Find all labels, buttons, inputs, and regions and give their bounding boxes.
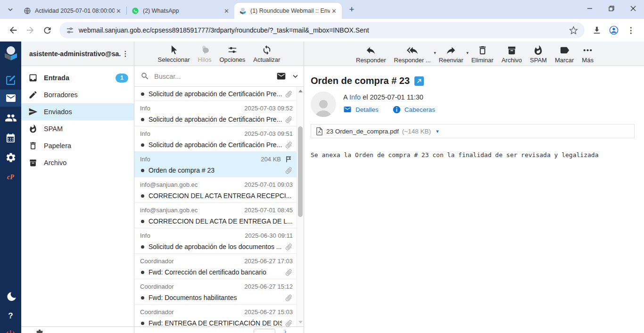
refresh-button[interactable]: Actualizar xyxy=(253,45,280,66)
folder-spam[interactable]: SPAM xyxy=(21,120,134,137)
message-date: 2025-07-01 08:45 xyxy=(244,207,293,214)
back-icon[interactable] xyxy=(7,24,20,37)
reply-all-caret-icon[interactable]: ▾ xyxy=(434,50,436,55)
unread-dot-icon xyxy=(141,143,144,147)
browser-window: Actividad 2025-07-01 08:00:00 ✕ (2) What… xyxy=(0,0,644,333)
open-in-new-window-icon[interactable] xyxy=(414,76,424,86)
tag-icon xyxy=(559,45,570,56)
message-list-row[interactable]: Info 2025-07-03 09:51 Solicitud de aprob… xyxy=(134,126,297,152)
omnibox[interactable]: webmail.sanjuan.gob.ec/cpsess8918591777/… xyxy=(59,22,585,38)
bookmark-star-icon[interactable] xyxy=(569,26,578,35)
message-list-row[interactable]: Info 2025-06-30 09:11 Solicitud de aprob… xyxy=(134,228,297,254)
archive-button[interactable]: Archivo xyxy=(502,45,522,66)
minimize-button[interactable] xyxy=(579,0,601,17)
chrome-menu-icon[interactable]: ⋮ xyxy=(624,24,637,37)
message-date: 2025-06-27 15:03 xyxy=(244,308,293,316)
folder-archivo[interactable]: Archivo xyxy=(21,154,134,171)
folder-label: Papelera xyxy=(44,142,71,150)
forward-caret-icon[interactable]: ▾ xyxy=(466,50,469,55)
options-button[interactable]: Opciones xyxy=(219,45,245,66)
message-list-row[interactable]: Coordinador 2025-06-27 15:03 Fwd: ENTREG… xyxy=(134,305,297,326)
details-link[interactable]: Detalles xyxy=(355,106,379,113)
list-scrollbar[interactable] xyxy=(297,87,304,326)
browser-toolbar: webmail.sanjuan.gob.ec/cpsess8918591777/… xyxy=(0,19,644,42)
message-list-row[interactable]: info@sanjuan.gob.ec 2025-07-01 09:03 COR… xyxy=(134,177,297,203)
more-button[interactable]: Más xyxy=(582,45,594,66)
search-input[interactable]: Buscar... xyxy=(154,73,181,80)
forward-icon[interactable] xyxy=(24,24,37,37)
roundcube-icon xyxy=(239,7,247,15)
site-info-icon[interactable] xyxy=(66,26,74,34)
scroll-up-icon[interactable] xyxy=(297,88,304,94)
attachment-bar[interactable]: 23 Orden_de_compra.pdf (~148 KB) ▾ xyxy=(311,124,635,138)
send-icon xyxy=(28,107,38,117)
recipient-link[interactable]: Info xyxy=(349,93,361,101)
url-text[interactable]: webmail.sanjuan.gob.ec/cpsess8918591777/… xyxy=(79,26,569,34)
spam-button[interactable]: SPAM xyxy=(530,45,547,66)
cpanel-icon[interactable]: cP xyxy=(0,169,21,186)
tab-title: (1) Roundcube Webmail :: Envia xyxy=(250,8,330,14)
close-window-button[interactable] xyxy=(622,0,644,17)
next-page-icon[interactable]: › xyxy=(284,328,286,333)
message-toolbar: Responder Responder ... ▾ Reenviar ▾ Eli… xyxy=(304,42,644,66)
folder-settings-gear-icon[interactable] xyxy=(35,329,44,333)
restore-button[interactable] xyxy=(601,0,622,17)
folder-papelera[interactable]: Papelera xyxy=(21,137,134,154)
search-icon xyxy=(140,72,149,81)
scrollbar-thumb[interactable] xyxy=(298,126,303,217)
attachment-icon xyxy=(283,165,294,176)
tab-search-chevron-icon[interactable] xyxy=(5,4,16,15)
select-button[interactable]: Seleccionar xyxy=(158,45,190,66)
reload-icon[interactable] xyxy=(41,24,54,37)
calendar-icon[interactable] xyxy=(0,129,21,146)
page-number-input[interactable] xyxy=(254,329,275,333)
message-list-row[interactable]: info@sanjuan.gob.ec 2025-07-01 08:45 COR… xyxy=(134,203,297,228)
threads-button[interactable]: Hilos xyxy=(198,45,212,66)
folder-options-kebab-icon[interactable]: ⋮ xyxy=(121,50,130,57)
scroll-down-icon[interactable] xyxy=(297,319,304,325)
close-icon[interactable]: ✕ xyxy=(223,7,231,15)
folder-borradores[interactable]: Borradores xyxy=(21,86,134,103)
window-controls xyxy=(579,0,644,17)
settings-gear-icon[interactable] xyxy=(0,149,21,166)
folders-footer xyxy=(21,326,134,333)
attachment-icon xyxy=(283,88,294,100)
message-list-row[interactable]: Coordinador 2025-06-27 17:03 Fwd: Correc… xyxy=(134,254,297,279)
download-icon[interactable] xyxy=(590,24,603,37)
tab-whatsapp[interactable]: (2) WhatsApp ✕ xyxy=(127,3,234,19)
message-list-row[interactable]: Coordinador 2025-06-27 15:12 Fwd: Docume… xyxy=(134,279,297,305)
message-list-row[interactable]: Info 204 KB Orden de compra # 23 xyxy=(134,152,297,177)
refresh-icon xyxy=(262,45,272,55)
message-date: 2025-06-30 09:11 xyxy=(245,232,293,239)
message-list-row[interactable]: Info 2025-07-03 09:52 Solicitud de aprob… xyxy=(134,101,297,126)
tab-actividad[interactable]: Actividad 2025-07-01 08:00:00 ✕ xyxy=(19,3,126,19)
mail-icon[interactable] xyxy=(0,90,21,107)
folder-entrada[interactable]: Entrada 1 xyxy=(21,69,134,86)
search-scope-envelope-icon[interactable] xyxy=(276,71,286,81)
new-tab-button[interactable]: + xyxy=(346,3,358,16)
profile-avatar-icon[interactable] xyxy=(607,24,620,37)
reply-button[interactable]: Responder xyxy=(356,45,386,66)
mark-button[interactable]: Marcar xyxy=(555,45,574,66)
close-icon[interactable]: ✕ xyxy=(115,7,123,15)
attachment-name[interactable]: 23 Orden_de_compra.pdf xyxy=(326,128,399,135)
search-options-chevron-icon[interactable] xyxy=(292,73,299,80)
help-icon[interactable]: ? xyxy=(0,308,21,325)
headers-link[interactable]: Cabeceras xyxy=(405,106,435,113)
logout-power-icon[interactable] xyxy=(0,326,21,333)
attachment-menu-caret-icon[interactable]: ▾ xyxy=(436,128,439,134)
dark-mode-moon-icon[interactable] xyxy=(0,288,21,305)
message-list-row[interactable]: Solicitud de aprobación de Certificación… xyxy=(134,87,297,101)
tab-roundcube-active[interactable]: (1) Roundcube Webmail :: Envia ✕ xyxy=(234,3,342,19)
contacts-icon[interactable] xyxy=(0,109,21,126)
forward-button[interactable]: Reenviar ▾ xyxy=(439,45,463,66)
close-icon[interactable]: ✕ xyxy=(330,7,338,15)
unread-dot-icon xyxy=(141,118,144,121)
delete-button[interactable]: Eliminar xyxy=(471,45,494,66)
compose-icon[interactable] xyxy=(0,72,21,89)
folder-enviados[interactable]: Enviados xyxy=(21,103,134,120)
search-bar[interactable]: Buscar... xyxy=(134,66,304,87)
pdf-file-icon xyxy=(316,127,323,135)
attachment-size: (~148 KB) xyxy=(402,128,431,135)
reply-all-button[interactable]: Responder ... ▾ xyxy=(394,45,431,66)
